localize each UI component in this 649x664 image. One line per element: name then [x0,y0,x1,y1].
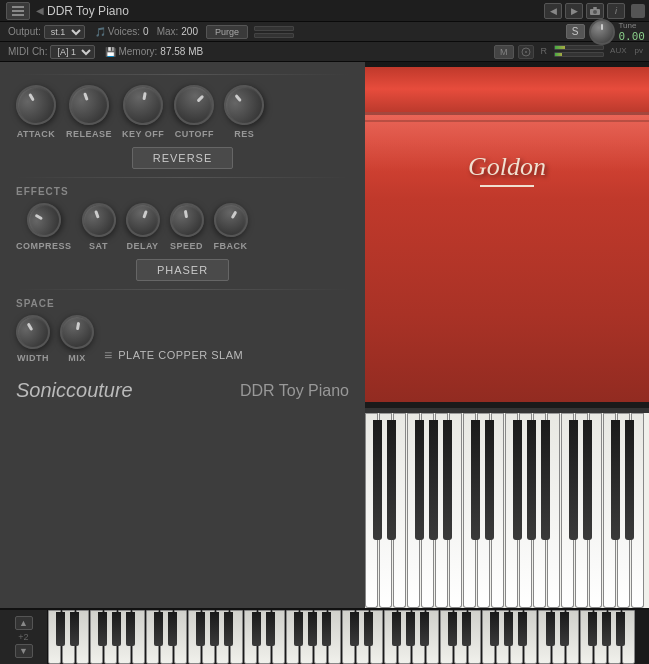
close-button[interactable] [631,4,645,18]
keyboard-black-key[interactable] [616,612,625,646]
output-label: Output: [8,26,41,37]
scroll-up-button[interactable]: ▲ [15,616,33,630]
output-select[interactable]: st.1 [44,25,85,39]
keyboard-black-key[interactable] [448,612,457,646]
keyboard-black-key[interactable] [546,612,555,646]
compress-knob[interactable] [21,197,67,243]
keyboard-black-key[interactable] [210,612,219,646]
keyboard-black-key[interactable] [392,612,401,646]
keyboard-black-key[interactable] [322,612,331,646]
cutoff-knob[interactable] [166,77,223,134]
aux-label: AUX [608,45,628,59]
speed-label: SPEED [170,241,203,251]
piano-keys-bg [365,408,649,608]
release-knob[interactable] [63,79,114,130]
speed-knob-item: SPEED [170,203,204,251]
voices-icon: 🎵 [95,27,106,37]
logo-button[interactable] [6,2,30,20]
svg-point-7 [525,51,527,53]
tune-label: Tune [619,21,637,30]
keyboard-main[interactable] [48,610,649,664]
keyboard-black-key[interactable] [462,612,471,646]
piano-image-panel: Goldon [365,62,649,608]
keyboard-black-key[interactable] [154,612,163,646]
keyboard-black-key[interactable] [196,612,205,646]
pv-label: pv [633,45,645,59]
fback-knob[interactable] [207,197,253,243]
keyboard-black-key[interactable] [168,612,177,646]
width-knob[interactable] [10,309,56,355]
m-button[interactable]: M [494,45,514,59]
keyboard-black-key[interactable] [126,612,135,646]
keyboard-black-key[interactable] [112,612,121,646]
keyboard-black-key[interactable] [252,612,261,646]
phaser-button[interactable]: PHASER [136,259,229,281]
brand-underline [480,185,535,187]
rib-2 [365,120,649,122]
keyboard-black-key[interactable] [518,612,527,646]
keyboard-black-key[interactable] [98,612,107,646]
fback-knob-item: FBACK [214,203,248,251]
svg-rect-1 [12,10,24,12]
envelope-knobs: ATTACK RELEASE KEY OFF CUTOFF RES [16,85,349,139]
arrow-left-nav[interactable]: ◀ [544,3,562,19]
meter-area [254,26,294,38]
keyboard-controls: ▲ +2 ▼ [0,610,48,664]
midi-select[interactable]: [A] 1 [50,45,95,59]
max-label: Max: [157,26,179,37]
svg-rect-2 [12,14,24,16]
effects-label: EFFECTS [16,186,349,197]
reverse-button[interactable]: REVERSE [132,147,234,169]
keyboard-black-key[interactable] [70,612,79,646]
voices-value: 0 [143,26,149,37]
keyboard-black-key[interactable] [308,612,317,646]
keyboard-black-key[interactable] [266,612,275,646]
preset-name: PLATE COPPER SLAM [118,349,243,361]
tune-knob[interactable] [589,19,615,45]
mix-knob-item: MIX [60,315,94,363]
res-label: RES [234,129,254,139]
purge-button[interactable]: Purge [206,25,248,39]
arrow-left-icon[interactable]: ◀ [36,5,44,16]
phaser-row: PHASER [16,259,349,281]
width-knob-item: WIDTH [16,315,50,363]
keyboard-black-key[interactable] [490,612,499,646]
keyboard-black-key[interactable] [588,612,597,646]
keyoff-label: KEY OFF [122,129,164,139]
midi-label: MIDI Ch: [8,46,47,57]
arrow-right-nav[interactable]: ▶ [565,3,583,19]
res-knob[interactable] [216,77,272,133]
effects-knobs: COMPRESS SAT DELAY SPEED FBACK [16,203,349,251]
keyboard-black-key[interactable] [350,612,359,646]
camera-icon[interactable] [586,3,604,19]
sat-knob[interactable] [77,198,121,242]
cutoff-knob-item: CUTOFF [174,85,214,139]
keyboard-black-key[interactable] [294,612,303,646]
keyoff-knob[interactable] [120,82,166,128]
keyboard-black-key[interactable] [420,612,429,646]
mix-knob[interactable] [57,312,96,351]
top-separator [16,74,349,75]
info-icon[interactable]: i [607,3,625,19]
keyboard-black-key[interactable] [602,612,611,646]
octave-label: +2 [18,632,28,642]
keyboard-black-key[interactable] [406,612,415,646]
speed-knob[interactable] [167,200,206,239]
space-label: SPACE [16,298,349,309]
delay-label: DELAY [126,241,158,251]
keyboard-black-key[interactable] [224,612,233,646]
keyboard-black-key[interactable] [364,612,373,646]
memory-label: Memory: [118,46,157,57]
tune-value: 0.00 [619,30,646,43]
s-button[interactable]: S [566,24,585,39]
keyboard-black-key[interactable] [560,612,569,646]
keyboard-black-key[interactable] [56,612,65,646]
attack-knob[interactable] [9,78,64,133]
tune-knob-container [589,19,615,45]
delay-knob[interactable] [121,198,165,242]
separator-2 [16,289,349,290]
cutoff-label: CUTOFF [175,129,214,139]
keyboard-black-key[interactable] [504,612,513,646]
release-label: RELEASE [66,129,112,139]
scroll-down-button[interactable]: ▼ [15,644,33,658]
